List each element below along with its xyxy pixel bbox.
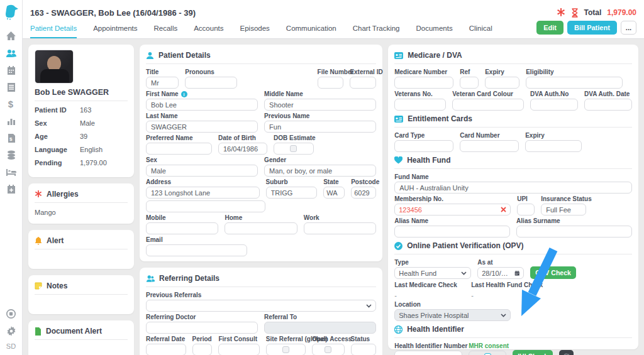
title-field[interactable] bbox=[146, 77, 179, 89]
user-initials[interactable]: SD bbox=[6, 342, 16, 350]
card-type-field[interactable] bbox=[394, 140, 453, 152]
opv-date-field[interactable]: 28/10/2025 bbox=[477, 267, 524, 279]
mobile-field[interactable] bbox=[146, 222, 218, 234]
eligibility-field[interactable] bbox=[526, 77, 623, 89]
last-name-field[interactable] bbox=[146, 121, 258, 133]
bed-icon[interactable] bbox=[3, 164, 19, 180]
tab-appointments[interactable]: Appointments bbox=[93, 21, 137, 38]
dob-estimate-checkbox[interactable] bbox=[274, 143, 314, 155]
alert-card: Alert bbox=[28, 230, 134, 269]
support-icon[interactable] bbox=[3, 306, 19, 322]
insurance-status-field[interactable] bbox=[541, 204, 586, 216]
tab-clinical[interactable]: Clinical bbox=[469, 21, 492, 38]
mhr-consent-checkbox[interactable]: ✓ bbox=[469, 351, 506, 355]
referring-details-card: Referring Details Previous Referrals Ref… bbox=[140, 268, 382, 355]
alert-content bbox=[35, 254, 128, 264]
alias-surname-field[interactable] bbox=[516, 226, 632, 238]
entitlement-cards-title: Entitlement Cards bbox=[408, 114, 472, 123]
home-icon[interactable] bbox=[3, 28, 19, 44]
calendar-icon[interactable] bbox=[514, 270, 519, 276]
first-consult-field[interactable] bbox=[218, 344, 259, 355]
tasks-icon[interactable] bbox=[3, 79, 19, 95]
medicare-ref-field[interactable] bbox=[460, 77, 479, 89]
work-phone-field[interactable] bbox=[304, 222, 376, 234]
pending-hourglass-icon[interactable] bbox=[571, 8, 579, 18]
card-number-field[interactable] bbox=[460, 140, 519, 152]
medicare-number-field[interactable] bbox=[394, 77, 453, 89]
referring-doctor-field[interactable] bbox=[146, 322, 258, 334]
dva-auth-no-field[interactable] bbox=[530, 99, 578, 111]
alias-name-field[interactable] bbox=[394, 226, 510, 238]
ihi-check-button[interactable]: IHI Check bbox=[513, 350, 553, 355]
alert-title: Alert bbox=[47, 236, 64, 245]
opv-type-select[interactable]: Health Fund bbox=[394, 267, 471, 279]
location-select[interactable]: Shaes Private Hospital bbox=[394, 309, 511, 321]
tab-recalls[interactable]: Recalls bbox=[153, 21, 177, 38]
postcode-field[interactable] bbox=[351, 187, 376, 199]
email-field[interactable] bbox=[146, 244, 247, 256]
tab-chart-tracking[interactable]: Chart Tracking bbox=[353, 21, 400, 38]
calendar-plus-icon[interactable] bbox=[3, 181, 19, 197]
suburb-field[interactable] bbox=[266, 187, 318, 199]
gender-field[interactable] bbox=[264, 165, 376, 177]
referral-date-field[interactable] bbox=[146, 344, 186, 355]
patients-icon[interactable] bbox=[3, 45, 19, 61]
tab-bar: Patient Details Appointments Recalls Acc… bbox=[30, 21, 492, 38]
preferred-name-field[interactable] bbox=[146, 143, 212, 155]
health-fund-title: Health Fund bbox=[407, 156, 450, 165]
document-icon bbox=[35, 327, 42, 336]
data-stack-icon[interactable] bbox=[3, 147, 19, 163]
more-options-button[interactable]: ... bbox=[621, 21, 636, 35]
total-value: 1,979.00 bbox=[607, 8, 636, 17]
edit-button[interactable]: Edit bbox=[536, 21, 564, 35]
address-line2-field[interactable] bbox=[146, 200, 265, 212]
sex-field[interactable] bbox=[146, 165, 258, 177]
membership-no-field[interactable]: 123456 bbox=[394, 204, 511, 216]
file-number-field[interactable] bbox=[318, 77, 344, 89]
ihi-history-refresh-button[interactable] bbox=[559, 350, 574, 355]
globe-icon bbox=[394, 325, 402, 334]
reports-icon[interactable] bbox=[3, 113, 19, 129]
allergy-flag-icon[interactable] bbox=[557, 8, 565, 17]
dva-auth-date-field[interactable] bbox=[584, 99, 632, 111]
open-access-checkbox[interactable] bbox=[312, 344, 344, 355]
address-field[interactable] bbox=[146, 187, 260, 199]
tab-patient-details[interactable]: Patient Details bbox=[30, 21, 77, 38]
patient-summary-card: Bob Lee SWAGGER Patient ID163 SexMale Ag… bbox=[28, 45, 134, 177]
tab-accounts[interactable]: Accounts bbox=[194, 21, 223, 38]
calendar-icon[interactable] bbox=[3, 62, 19, 78]
page-header: 163 - SWAGGER, Bob Lee (16/04/1986 - 39)… bbox=[23, 0, 644, 39]
document-alert-content bbox=[35, 344, 128, 354]
card-expiry-field[interactable] bbox=[525, 140, 582, 152]
state-field[interactable] bbox=[323, 187, 345, 199]
invoice-icon[interactable]: $ bbox=[3, 130, 19, 146]
tab-documents[interactable]: Documents bbox=[416, 21, 453, 38]
fund-name-field[interactable] bbox=[394, 182, 632, 194]
billing-icon[interactable]: $ bbox=[3, 96, 19, 112]
previous-referrals-select[interactable] bbox=[146, 300, 376, 312]
referral-status-field[interactable] bbox=[351, 344, 377, 355]
settings-gear-icon[interactable] bbox=[3, 323, 19, 339]
bill-patient-button[interactable]: Bill Patient bbox=[567, 21, 617, 35]
opv-check-button[interactable]: OPV Check bbox=[530, 266, 576, 279]
tab-communication[interactable]: Communication bbox=[286, 21, 336, 38]
health-identifier-number-field[interactable] bbox=[394, 351, 462, 355]
notes-card: Notes bbox=[28, 275, 134, 314]
site-referral-checkbox[interactable] bbox=[266, 344, 306, 355]
info-icon[interactable]: i bbox=[181, 91, 187, 97]
period-field[interactable] bbox=[192, 344, 213, 355]
allergies-title: Allergies bbox=[47, 190, 79, 199]
first-name-field[interactable] bbox=[146, 99, 258, 111]
date-of-birth-field[interactable] bbox=[218, 143, 267, 155]
veterans-no-field[interactable] bbox=[394, 99, 446, 111]
veteran-card-colour-field[interactable] bbox=[452, 99, 524, 111]
previous-name-field[interactable] bbox=[264, 121, 376, 133]
upi-field[interactable] bbox=[517, 204, 535, 216]
home-phone-field[interactable] bbox=[225, 222, 297, 234]
medicare-expiry-field[interactable] bbox=[485, 77, 519, 89]
medicare-card-icon bbox=[394, 52, 403, 59]
external-id-field[interactable] bbox=[350, 77, 376, 89]
tab-episodes[interactable]: Episodes bbox=[240, 21, 270, 38]
pronouns-field[interactable] bbox=[185, 77, 236, 89]
middle-name-field[interactable] bbox=[264, 99, 376, 111]
